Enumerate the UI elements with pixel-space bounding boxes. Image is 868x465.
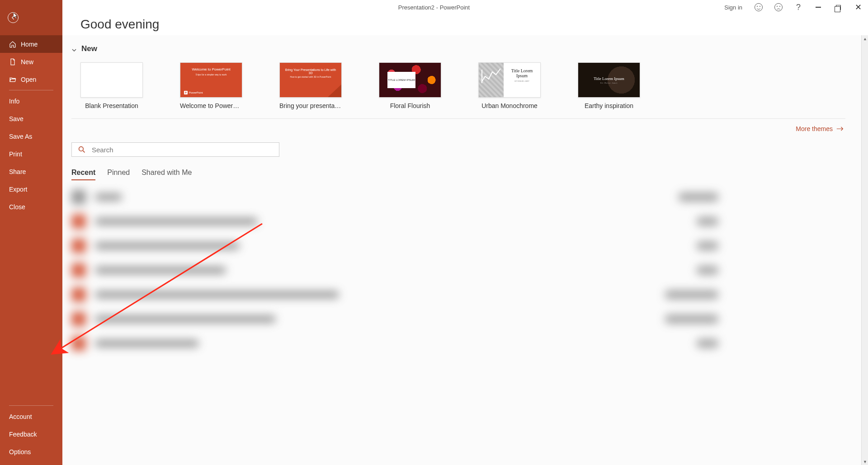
scroll-up-icon[interactable]: ▲: [862, 35, 868, 42]
titlebar-controls: Sign in ? ✕: [724, 0, 863, 14]
sidebar-label: Close: [9, 203, 25, 211]
sidebar-label: Home: [21, 41, 38, 48]
open-folder-icon: [9, 76, 16, 83]
sidebar-item-open[interactable]: Open: [0, 70, 62, 88]
thumb-title: TITLE LOREM IPSUM: [387, 72, 415, 88]
list-item: [71, 307, 845, 331]
sidebar-item-info[interactable]: Info: [0, 92, 62, 110]
thumb-title: Title Lorem Ipsum: [594, 76, 624, 81]
template-label: Welcome to PowerPoint: [180, 102, 242, 109]
sidebar-label: Options: [9, 448, 31, 456]
template-label: Bring your presentations to...: [279, 102, 342, 109]
sign-in-link[interactable]: Sign in: [724, 4, 742, 11]
restore-button[interactable]: [833, 2, 844, 13]
sidebar-item-account[interactable]: Account: [0, 408, 62, 425]
list-item: [71, 258, 845, 282]
main-area: Good evening New Blank Presentation Welc…: [62, 0, 868, 465]
template-thumb: TITLE LOREM IPSUM: [379, 62, 441, 98]
thumb-subtitle: 5 tips for a simpler way to work: [184, 73, 238, 76]
recent-files-list-blurred: [71, 185, 845, 356]
sidebar-divider: [9, 405, 53, 406]
sidebar-item-feedback[interactable]: Feedback: [0, 425, 62, 443]
template-label: Earthy inspiration: [578, 102, 640, 109]
scroll-down-icon[interactable]: ▼: [862, 458, 868, 465]
title-bar: Presentation2 - PowerPoint Sign in ? ✕: [0, 0, 868, 14]
template-urban[interactable]: Title Lorem Ipsum SIT DOLOR AMET Urban M…: [478, 62, 541, 109]
more-themes-link[interactable]: More themes: [71, 118, 845, 139]
tab-pinned[interactable]: Pinned: [107, 169, 130, 180]
arrow-right-icon: [836, 126, 844, 132]
thumb-subtitle: SIT DOLOR AMET: [507, 80, 537, 82]
powerpoint-logo-icon: P PowerPoint: [184, 91, 203, 94]
sidebar-item-options[interactable]: Options: [0, 443, 62, 460]
thumb-decor: [328, 85, 341, 97]
more-themes-label: More themes: [796, 125, 833, 132]
sidebar-item-save[interactable]: Save: [0, 110, 62, 127]
sidebar-label: Export: [9, 186, 27, 193]
thumb-title: Welcome to PowerPoint: [184, 67, 238, 71]
template-earthy[interactable]: Title Lorem Ipsum Sit Dolor Amet Earthy …: [578, 62, 640, 109]
sidebar-label: Save: [9, 115, 24, 122]
tab-shared[interactable]: Shared with Me: [142, 169, 192, 180]
thumb-title: Title Lorem Ipsum: [507, 68, 537, 78]
greeting-title: Good evening: [80, 17, 868, 32]
backstage-sidebar: Home New Open Info Save Save As Print Sh…: [0, 0, 62, 465]
sidebar-label: Info: [9, 98, 19, 105]
feedback-sad-icon[interactable]: [773, 2, 784, 13]
template-label: Floral Flourish: [379, 102, 441, 109]
template-label: Blank Presentation: [80, 102, 143, 109]
template-floral[interactable]: TITLE LOREM IPSUM Floral Flourish: [379, 62, 441, 109]
template-thumb: Welcome to PowerPoint 5 tips for a simpl…: [180, 62, 242, 98]
home-icon: [9, 41, 16, 48]
new-file-icon: [9, 58, 16, 66]
window-title: Presentation2 - PowerPoint: [398, 4, 470, 11]
templates-row: Blank Presentation Welcome to PowerPoint…: [71, 62, 845, 116]
sidebar-label: Account: [9, 413, 32, 420]
new-section-toggle[interactable]: New: [71, 44, 845, 53]
sidebar-item-save-as[interactable]: Save As: [0, 127, 62, 145]
sidebar-label: Feedback: [9, 431, 37, 438]
sidebar-label: Open: [21, 76, 36, 83]
tab-recent[interactable]: Recent: [71, 169, 95, 180]
thumb-subtitle: Sit Dolor Amet: [600, 82, 618, 84]
recent-tabs: Recent Pinned Shared with Me: [71, 169, 845, 180]
template-thumb: Bring Your Presentations to Life with 3D…: [279, 62, 342, 98]
sidebar-item-home[interactable]: Home: [0, 35, 62, 53]
sidebar-label: Share: [9, 168, 26, 175]
thumb-title: Bring Your Presentations to Life with 3D: [283, 68, 338, 75]
sidebar-label: Save As: [9, 133, 32, 140]
sidebar-item-share[interactable]: Share: [0, 163, 62, 180]
main-body: New Blank Presentation Welcome to PowerP…: [62, 35, 861, 465]
sidebar-item-print[interactable]: Print: [0, 145, 62, 163]
template-bring[interactable]: Bring Your Presentations to Life with 3D…: [279, 62, 342, 109]
sidebar-label: Print: [9, 150, 22, 158]
search-box[interactable]: [71, 142, 279, 157]
template-welcome[interactable]: Welcome to PowerPoint 5 tips for a simpl…: [180, 62, 242, 109]
list-item: [71, 282, 845, 307]
minimize-button[interactable]: [813, 2, 824, 13]
svg-point-0: [79, 147, 84, 151]
template-thumb: Title Lorem Ipsum SIT DOLOR AMET: [478, 62, 541, 98]
search-icon: [78, 146, 85, 153]
help-icon[interactable]: ?: [793, 2, 804, 13]
sidebar-label: New: [21, 58, 33, 66]
sidebar-item-new[interactable]: New: [0, 53, 62, 70]
feedback-happy-icon[interactable]: [753, 2, 764, 13]
thumb-subtitle: How to get started with 3D in PowerPoint: [283, 75, 338, 78]
list-item: [71, 234, 845, 258]
list-item: [71, 185, 845, 209]
sidebar-item-export[interactable]: Export: [0, 180, 62, 198]
sidebar-bottom-group: Account Feedback Options: [0, 408, 62, 465]
vertical-scrollbar[interactable]: ▲ ▼: [861, 35, 868, 465]
sidebar-divider: [9, 90, 53, 90]
close-button[interactable]: ✕: [853, 2, 863, 13]
thumb-image: [479, 63, 504, 97]
template-blank[interactable]: Blank Presentation: [80, 62, 143, 109]
template-thumb: Title Lorem Ipsum Sit Dolor Amet: [578, 62, 640, 98]
template-thumb: [80, 62, 143, 98]
search-input[interactable]: [92, 146, 273, 154]
chevron-down-icon: [71, 46, 77, 52]
list-item: [71, 209, 845, 234]
list-item: [71, 331, 845, 356]
sidebar-item-close[interactable]: Close: [0, 198, 62, 216]
